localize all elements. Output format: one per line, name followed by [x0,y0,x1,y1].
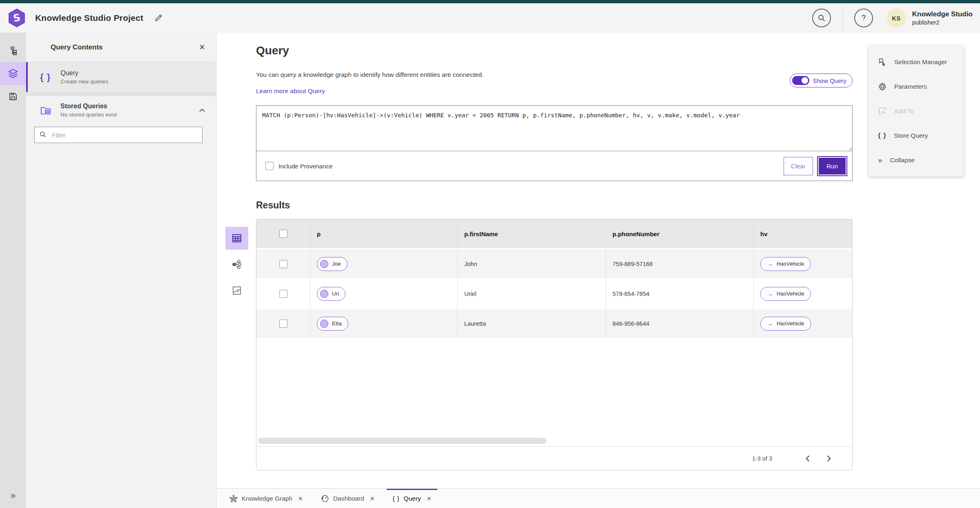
table-view-icon [232,233,242,244]
row-checkbox[interactable] [279,260,287,268]
rail-hierarchy-button[interactable] [0,39,26,62]
collapse-panel-button[interactable]: » Collapse [869,148,964,172]
edge-pill[interactable]: → HasVehicle [760,287,811,301]
project-title: Knowledge Studio Project [35,13,143,23]
braces-icon: { } [392,495,399,502]
selection-manager-button[interactable]: Selection Manager [869,50,964,74]
cell-phonenumber: 759-889-57168 [612,261,653,267]
edge-label: HasVehicle [777,261,804,267]
pagination-prev-button[interactable] [802,452,813,465]
stored-queries-label: Stored Queries [60,103,117,110]
knowledge-studio-app: S Knowledge Studio Project KS [0,0,980,508]
add-to-label: Add To [894,107,914,115]
user-info: Knowledge Studio publisher2 [912,10,973,26]
store-query-button[interactable]: { } Store Query [869,123,964,148]
results-card: p p.firstName p.phoneNumber hv Joe [256,219,853,470]
stored-queries-header[interactable]: Stored Queries No stored queries exist [26,96,216,122]
clear-button[interactable]: Clear [784,157,813,175]
panel-item-query[interactable]: { } Query Create new queries [26,62,216,92]
edge-pill[interactable]: → HasVehicle [760,257,811,271]
selection-bar [26,62,28,92]
panel-close-button[interactable]: ✕ [199,43,205,52]
query-item-label: Query [60,69,108,77]
include-provenance-label: Include Provenance [278,163,333,170]
node-pill[interactable]: Uri [317,287,345,301]
tab-dashboard[interactable]: Dashboard ✕ [312,489,384,508]
toggle-label: Show Query [813,77,846,84]
rail-expand-button[interactable]: » [0,488,26,504]
table-view-button[interactable] [225,227,248,250]
view-mode-rail [225,227,248,305]
cell-firstname: Uriel [464,291,477,297]
learn-more-link[interactable]: Learn more about Query [256,87,325,95]
selection-manager-icon [878,58,887,67]
page-description: You can query a knowledge graph to ident… [256,71,853,78]
arrow-right-icon: → [767,290,773,297]
include-provenance-checkbox[interactable] [265,162,274,170]
edge-pill[interactable]: → HasVehicle [760,317,811,331]
braces-icon: { } [878,132,886,140]
pagination-range: 1-3 of 3 [752,455,772,462]
parameters-button[interactable]: Parameters [869,74,964,99]
parameters-label: Parameters [894,83,927,90]
node-pill[interactable]: Etta [317,317,348,331]
close-tab-icon[interactable]: ✕ [298,495,303,502]
help-button[interactable] [854,9,873,27]
tab-label: Knowledge Graph [242,495,292,502]
query-tools-panel: Selection Manager Parameters [869,46,964,177]
header-actions: KS Knowledge Studio publisher2 [812,3,973,33]
query-textarea[interactable]: MATCH (p:Person)-[hv:HasVehicle]->(v:Veh… [256,106,852,151]
results-title: Results [256,200,853,211]
top-accent-strip [0,0,980,3]
column-header-p[interactable]: p [317,231,321,237]
column-header-phonenumber[interactable]: p.phoneNumber [612,231,659,237]
column-header-firstname[interactable]: p.firstName [464,231,498,237]
close-tab-icon[interactable]: ✕ [427,495,432,502]
chevron-up-icon[interactable] [199,108,205,112]
row-checkbox[interactable] [279,320,287,328]
tab-knowledge-graph[interactable]: Knowledge Graph ✕ [220,489,312,508]
pagination-next-button[interactable] [824,452,834,465]
row-checkbox[interactable] [279,290,287,298]
rail-layers-button[interactable] [0,62,26,85]
cell-phonenumber: 578-654-7854 [612,291,649,297]
node-pill[interactable]: Joe [317,257,347,271]
user-avatar[interactable]: KS [887,9,906,27]
node-icon [320,290,328,298]
tab-query[interactable]: { } Query ✕ [383,489,440,508]
close-tab-icon[interactable]: ✕ [370,495,375,502]
horizontal-scrollbar[interactable] [258,438,546,444]
parameters-gear-icon [878,82,887,91]
column-header-hv[interactable]: hv [760,231,768,237]
map-view-icon [232,286,242,295]
panel-header: Query Contents ✕ [26,33,216,62]
rail-save-button[interactable] [0,85,26,108]
arrow-right-icon: → [767,320,773,327]
store-query-label: Store Query [894,132,928,139]
dashboard-gauge-icon [321,495,329,503]
knowledge-graph-icon [229,495,238,503]
map-view-button[interactable] [225,279,248,302]
add-to-button[interactable]: Add To [869,99,964,123]
pagination-footer: 1-3 of 3 [256,446,852,470]
table-empty-area [256,339,852,446]
panel-title: Query Contents [51,43,103,51]
double-chevron-icon: » [878,156,883,165]
search-button[interactable] [812,9,831,27]
app-logo-icon: S [7,9,26,27]
show-query-toggle[interactable]: Show Query [790,74,853,87]
edit-title-button[interactable] [154,13,163,22]
user-name: publisher2 [912,19,973,26]
main-column: Query You can query a knowledge graph to… [216,33,980,508]
run-button[interactable]: Run [818,157,846,175]
filter-search-icon [39,131,47,138]
page-title: Query [256,44,853,57]
filter-input[interactable] [34,127,203,143]
graph-view-button[interactable] [225,253,248,276]
cell-phonenumber: 846-956-8644 [612,320,649,327]
edge-label: HasVehicle [777,291,804,297]
hierarchy-icon [8,46,18,56]
add-to-icon [878,107,887,116]
select-all-checkbox[interactable] [279,230,287,238]
table-row: Joe John 759-889-57168 → HasVehicle [256,249,852,279]
